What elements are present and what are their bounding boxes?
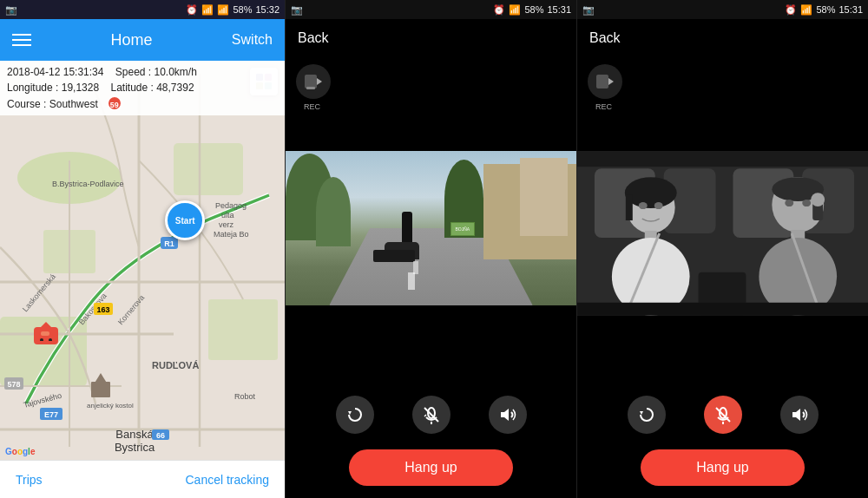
cam2-rotate-button[interactable] <box>628 396 666 434</box>
svg-text:verz: verz <box>219 220 234 229</box>
svg-rect-66 <box>626 194 633 220</box>
cam2-camera-icon: 📷 <box>582 4 595 16</box>
svg-marker-55 <box>501 409 509 421</box>
svg-rect-5 <box>208 299 278 360</box>
car-marker <box>34 327 58 344</box>
cam1-rotate-button[interactable] <box>336 396 374 434</box>
cam2-battery: 58% <box>816 4 835 15</box>
trips-button[interactable]: Trips <box>16 473 43 487</box>
time-label: 15:32 <box>255 4 279 15</box>
svg-text:Pedagog: Pedagog <box>215 201 247 210</box>
cam1-controls <box>286 383 576 446</box>
cam1-rec-button[interactable] <box>296 64 331 99</box>
svg-rect-47 <box>305 75 317 88</box>
speed-label: Speed : <box>115 66 151 78</box>
rear-camera-panel: 📷 ⏰ 📶 58% 15:31 Back REC <box>576 0 868 498</box>
svg-text:anjelický kostol: anjelický kostol <box>87 402 134 410</box>
cam1-rec-label: REC <box>304 102 320 111</box>
front-camera-panel: 📷 ⏰ 📶 58% 15:31 Back REC <box>285 0 576 498</box>
cam2-rec-button[interactable] <box>588 64 622 99</box>
cam1-back-button[interactable]: Back <box>298 30 329 46</box>
svg-line-52 <box>424 415 426 416</box>
svg-rect-2 <box>174 143 243 195</box>
cam1-status-bar: 📷 ⏰ 📶 58% 15:31 <box>286 0 576 19</box>
svg-text:R1: R1 <box>164 239 174 248</box>
info-bar: 2018-04-12 15:31:34 Speed : 10.0km/h Lon… <box>0 61 285 115</box>
cam2-video-frame <box>577 151 868 316</box>
cam1-volume-button[interactable] <box>489 396 527 434</box>
cancel-tracking-button[interactable]: Cancel tracking <box>186 473 270 487</box>
bottom-bar: Trips Cancel tracking <box>0 460 285 498</box>
cam2-alarm-icon: ⏰ <box>785 4 797 16</box>
google-logo: Google <box>5 447 35 456</box>
battery-label: 58% <box>233 4 252 15</box>
app-header: Home Switch <box>0 19 285 61</box>
svg-text:578: 578 <box>7 380 20 389</box>
switch-button[interactable]: Switch <box>232 32 273 48</box>
longitude-value: 19,1328 <box>62 82 99 94</box>
cam1-camera-icon: 📷 <box>291 4 303 16</box>
cam1-header: Back <box>286 19 576 57</box>
map-container[interactable]: R1 Laskomerská Bakossova Kornerova Tajov… <box>0 61 285 460</box>
course-label: Course : <box>7 98 46 110</box>
cam2-rec-label: REC <box>595 102 612 111</box>
map-panel: 📷 ⏰ 📶 📶 58% 15:32 Home Switch 2018-04-12… <box>0 0 285 498</box>
svg-text:163: 163 <box>96 305 109 314</box>
svg-point-74 <box>785 200 793 206</box>
svg-text:66: 66 <box>156 431 165 440</box>
cam1-hangup-button[interactable]: Hang up <box>349 449 513 486</box>
svg-text:Robot: Robot <box>234 392 256 401</box>
cam2-controls <box>577 383 868 446</box>
cam1-alarm-icon: ⏰ <box>493 4 505 16</box>
latitude-value: 48,7392 <box>156 82 194 94</box>
svg-text:Banská: Banská <box>115 428 154 441</box>
cam1-hangup-bar: Hang up <box>286 446 576 498</box>
svg-point-77 <box>811 193 825 206</box>
svg-marker-57 <box>608 78 614 85</box>
cam2-header: Back <box>577 19 868 57</box>
svg-rect-56 <box>596 75 608 88</box>
cam1-battery: 58% <box>524 4 543 15</box>
svg-text:ulta: ulta <box>221 211 234 220</box>
start-label: Start <box>175 216 195 226</box>
svg-point-67 <box>639 202 648 209</box>
svg-text:B.Bystrica-Podlavice: B.Bystrica-Podlavice <box>52 180 124 188</box>
datetime-label: 2018-04-12 15:31:34 <box>7 66 103 78</box>
cam1-mute-button[interactable] <box>412 396 450 434</box>
map-svg: R1 Laskomerská Bakossova Kornerova Tajov… <box>0 61 285 460</box>
svg-point-68 <box>654 202 663 209</box>
start-marker: Start <box>165 200 205 240</box>
header-title: Home <box>110 31 152 49</box>
svg-point-75 <box>802 200 811 206</box>
svg-rect-40 <box>41 331 49 336</box>
cam2-time: 15:31 <box>838 4 863 15</box>
svg-marker-87 <box>792 409 800 421</box>
speed-value: 10.0km/h <box>155 66 197 78</box>
svg-text:Bystrica: Bystrica <box>115 441 155 454</box>
latitude-label: Latitude : <box>110 82 153 94</box>
menu-icon[interactable] <box>12 34 31 46</box>
svg-rect-0 <box>0 74 285 447</box>
road-sign: BOJŇA <box>450 222 475 236</box>
svg-marker-50 <box>348 411 352 415</box>
course-value: Southwest <box>49 98 98 110</box>
svg-rect-49 <box>306 87 315 89</box>
svg-rect-82 <box>577 303 868 316</box>
alarm-icon: ⏰ <box>186 4 198 16</box>
longitude-label: Longitude : <box>7 82 58 94</box>
cam1-video-frame: BOJŇA <box>286 151 576 305</box>
svg-text:Mateja Bo: Mateja Bo <box>214 230 249 239</box>
cam2-mute-button[interactable] <box>704 396 742 434</box>
svg-rect-63 <box>577 151 868 167</box>
cam2-wifi-icon: 📶 <box>800 4 812 16</box>
map-status-bar: 📷 ⏰ 📶 📶 58% 15:32 <box>0 0 285 19</box>
cam1-body: REC <box>286 57 576 383</box>
cam1-wifi-icon: 📶 <box>509 4 521 16</box>
cam2-body: REC <box>577 57 868 383</box>
cam2-volume-button[interactable] <box>780 396 819 434</box>
wifi-icon: 📶 <box>201 4 214 16</box>
speed-limit-badge: 59 <box>107 95 122 111</box>
cam2-back-button[interactable]: Back <box>589 30 621 46</box>
signal-icon: 📶 <box>217 4 229 16</box>
cam2-hangup-button[interactable]: Hang up <box>641 449 805 486</box>
